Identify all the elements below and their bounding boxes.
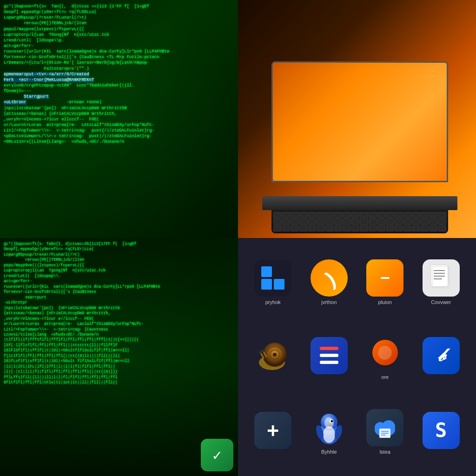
key [343, 212, 351, 218]
pycharm-sq-1 [261, 266, 272, 277]
svg-point-20 [324, 417, 334, 429]
key [430, 218, 438, 225]
key [421, 212, 429, 218]
pluton-minus-symbol: − [380, 270, 390, 286]
python-icon: ) [311, 259, 348, 297]
blue-b-icon: 𝒷 [423, 337, 460, 374]
key [430, 225, 438, 231]
key [343, 218, 351, 225]
app-creature[interactable] [254, 337, 291, 377]
pycharm-icon [254, 259, 291, 297]
quadrant-top-left: gc*()bapvoo<ft{s= Tan{(, d{ctcuc =={113 … [0, 0, 238, 238]
key [395, 225, 403, 231]
pycharm-grid-icon [261, 266, 284, 290]
key [369, 225, 377, 231]
app-istea[interactable]: lstea [366, 409, 403, 455]
key [317, 218, 325, 225]
key [360, 212, 368, 218]
app-istea-label: lstea [380, 449, 390, 455]
quadrant-bottom-left: gc*()bapvoo<ft{s- Tabn{I, djctuec=35{1i3… [0, 238, 238, 476]
app-byhhle[interactable]: Byhhle [311, 409, 348, 455]
svg-point-12 [273, 353, 277, 357]
code-terminal-bg-2: gc*()bapvoo<ft{s- Tabn{I, djctuec=35{1i3… [0, 238, 238, 476]
key [299, 218, 308, 225]
ore-circle-shape [372, 340, 398, 365]
key [403, 225, 412, 231]
app-pycharm[interactable]: pryhok [254, 259, 291, 305]
pycharm-sq-2 [274, 266, 284, 277]
app-s[interactable]: S [423, 412, 460, 452]
laptop-screen: ft u h b lit lf u [271, 61, 448, 182]
key [325, 218, 334, 225]
main-grid: gc*()bapvoo<ft{s= Tan{(, d{ctcuc =={113 … [0, 0, 476, 476]
pycharm-sq-4 [274, 279, 284, 290]
key [334, 218, 343, 225]
key [421, 218, 429, 225]
app-coyvver[interactable]: Covvwer [423, 259, 460, 305]
byhhle-icon [311, 409, 348, 446]
pycharm-sq-3 [261, 279, 272, 290]
key [308, 218, 317, 225]
code-lines-top: gc*()bapvoo<ft{s= Tan{(, d{ctcuc =={113 … [4, 4, 234, 145]
key [438, 212, 446, 218]
app-plus[interactable]: + [254, 412, 291, 452]
plus-icon: + [254, 412, 291, 449]
green-check-icon-container[interactable]: ✓ [201, 439, 233, 471]
key [369, 212, 377, 218]
key [386, 212, 394, 218]
key [325, 212, 334, 218]
python-symbol: ) [322, 267, 340, 291]
app-pluton[interactable]: − pluion [366, 259, 403, 305]
key [403, 218, 412, 225]
key [360, 218, 368, 225]
creature-svg [254, 337, 291, 374]
key [299, 212, 308, 218]
svg-point-14 [259, 351, 262, 354]
key [343, 225, 351, 231]
key [377, 218, 386, 225]
key [412, 218, 420, 225]
s-letter-symbol: S [435, 419, 447, 442]
plus-symbol: + [267, 419, 279, 442]
app-menu[interactable] [311, 337, 348, 377]
pluton-icon: − [366, 259, 403, 297]
menu-line-bot [320, 361, 338, 364]
app-ore-label: ore [381, 374, 389, 380]
key [438, 218, 446, 225]
laptop: ft u h b lit lf u [262, 61, 476, 238]
app-python[interactable]: ) jvrthon [311, 259, 348, 305]
key [395, 212, 403, 218]
creature-icon [254, 337, 291, 374]
key [291, 212, 299, 218]
ore-icon [366, 334, 403, 371]
svg-point-22 [331, 420, 333, 422]
app-byhhle-label: Byhhle [321, 449, 337, 455]
key [334, 212, 343, 218]
svg-point-19 [323, 426, 335, 443]
document-svg [429, 264, 453, 292]
quadrant-top-right: ft u h b lit lf u [238, 0, 476, 238]
green-checkmark-icon: ✓ [201, 439, 233, 471]
app-ore[interactable]: ore [366, 334, 403, 380]
key [430, 212, 438, 218]
hamburger-menu [317, 344, 341, 366]
key [351, 218, 360, 225]
app-coyvver-label: Covvwer [431, 299, 451, 305]
key [395, 218, 403, 225]
istea-icon [366, 409, 403, 446]
key [377, 225, 386, 231]
ore-inner-circle [378, 346, 392, 360]
app-blue-b[interactable]: 𝒷 [423, 337, 460, 377]
laptop-base [262, 196, 457, 210]
key [351, 225, 360, 231]
app-python-label: jvrthon [321, 299, 337, 305]
key [308, 225, 317, 231]
code-lines-bottom: gc*()bapvoo<ft{s- Tabn{I, djctuec=35{1i3… [4, 242, 234, 386]
key [325, 225, 334, 231]
b-letter-symbol: 𝒷 [437, 345, 445, 366]
key [308, 212, 317, 218]
app-pycharm-label: pryhok [265, 299, 281, 305]
key [334, 225, 343, 231]
menu-lines-icon [311, 337, 348, 374]
quadrant-bottom-right: pryhok ) jvrthon − pluion [238, 238, 476, 476]
